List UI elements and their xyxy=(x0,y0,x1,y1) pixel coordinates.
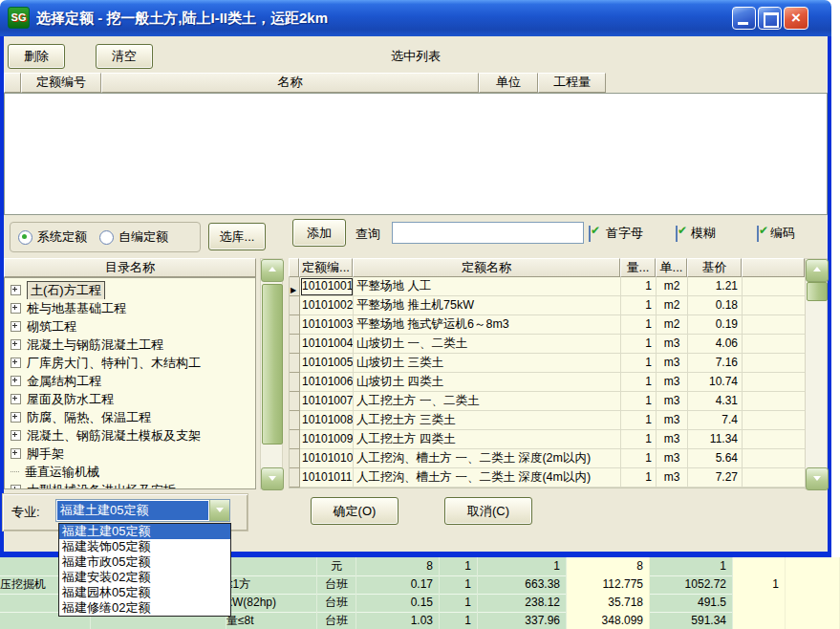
quota-header-unit[interactable]: 单... xyxy=(656,258,687,277)
ok-button[interactable]: 确定(O) xyxy=(311,497,398,525)
tree-item[interactable]: 混凝土、钢筋混凝土模板及支架 xyxy=(5,426,255,445)
quota-name-cell[interactable]: 山坡切土 四类土 xyxy=(354,373,621,392)
quota-price-cell[interactable]: 4.31 xyxy=(688,392,743,411)
tree-item[interactable]: 防腐、隔热、保温工程 xyxy=(5,408,255,426)
quota-name-cell[interactable]: 人工挖土方 四类土 xyxy=(354,430,621,449)
cancel-button[interactable]: 取消(C) xyxy=(444,497,532,525)
table-row[interactable]: 10101004 山坡切土 一、二类土 1 m3 4.06 xyxy=(290,335,805,354)
scroll-up-button[interactable] xyxy=(261,259,284,282)
tree-item[interactable]: 厂库房大门、特种门、木结构工 xyxy=(5,354,255,372)
quota-unit-cell[interactable]: m3 xyxy=(657,335,688,354)
quota-name-cell[interactable]: 人工挖沟、槽土方 一、二类土 深度(4m以内) xyxy=(354,468,621,488)
maximize-button[interactable] xyxy=(758,7,782,30)
quota-code-cell[interactable]: 10101007 xyxy=(300,392,354,411)
quota-qty-cell[interactable]: 1 xyxy=(621,411,657,430)
major-combobox[interactable]: 福建土建05定额 xyxy=(55,499,230,522)
selected-header-code[interactable]: 定额编号 xyxy=(21,73,101,93)
quota-header-quantity[interactable]: 量... xyxy=(620,258,656,277)
quota-name-cell[interactable]: 人工挖土方 三类土 xyxy=(354,411,621,430)
tree-item[interactable]: 混凝土与钢筋混凝土工程 xyxy=(5,336,255,354)
table-row[interactable]: 10101002 平整场地 推土机75kW 1 m2 0.18 xyxy=(290,296,805,315)
quota-code-cell[interactable]: 10101002 xyxy=(300,296,354,315)
table-row[interactable]: 10101011 人工挖沟、槽土方 一、二类土 深度(4m以内) 1 m3 7.… xyxy=(290,468,805,488)
table-row[interactable]: 10101010 人工挖沟、槽土方 一、二类土 深度(2m以内) 1 m3 5.… xyxy=(290,449,805,468)
quota-name-cell[interactable]: 山坡切土 三类土 xyxy=(354,354,621,373)
expand-plus-icon[interactable] xyxy=(11,448,21,459)
table-row[interactable]: 10101008 人工挖土方 三类土 1 m3 7.4 xyxy=(290,411,805,430)
quota-code-cell[interactable]: 10101005 xyxy=(300,354,354,373)
quota-scrollbar[interactable] xyxy=(805,258,828,489)
row-selector[interactable] xyxy=(290,354,300,373)
row-selector[interactable] xyxy=(290,392,300,411)
quota-name-cell[interactable]: 山坡切土 一、二类土 xyxy=(354,335,621,354)
scroll-up-button[interactable] xyxy=(806,259,829,282)
quota-unit-cell[interactable]: m2 xyxy=(657,315,688,335)
row-selector[interactable] xyxy=(290,468,300,488)
quota-qty-cell[interactable]: 1 xyxy=(621,449,657,468)
expand-plus-icon[interactable] xyxy=(11,485,21,489)
expand-plus-icon[interactable] xyxy=(11,285,21,295)
row-selector[interactable] xyxy=(290,296,300,315)
dialog-titlebar[interactable]: SG 选择定额 - 挖一般土方,陆上I-II类土，运距2km xyxy=(0,0,831,36)
quota-name-cell[interactable]: 人工挖沟、槽土方 一、二类土 深度(2m以内) xyxy=(354,449,621,468)
search-input[interactable] xyxy=(392,222,584,244)
table-row[interactable]: 10101006 山坡切土 四类土 1 m3 10.74 xyxy=(290,373,805,392)
quota-price-cell[interactable]: 7.27 xyxy=(688,468,743,488)
quota-code-cell[interactable]: 10101001 xyxy=(300,277,354,296)
quota-name-cell[interactable]: 人工挖土方 一、二类土 xyxy=(354,392,621,411)
scrollbar-thumb[interactable] xyxy=(262,284,283,445)
quota-qty-cell[interactable]: 1 xyxy=(621,392,657,411)
table-row[interactable]: 10101003 平整场地 拖式铲运机6～8m3 1 m2 0.19 xyxy=(290,315,805,335)
quota-name-cell[interactable]: 平整场地 推土机75kW xyxy=(354,296,621,315)
quota-header-code[interactable]: 定额编... xyxy=(299,258,353,277)
selected-list-body[interactable] xyxy=(4,93,828,215)
quota-price-cell[interactable]: 0.19 xyxy=(688,315,743,335)
tree-item[interactable]: 桩与地基基础工程 xyxy=(5,299,255,317)
quota-unit-cell[interactable]: m3 xyxy=(657,449,688,468)
dropdown-option[interactable]: 福建修缮02定额 xyxy=(59,600,230,616)
quota-price-cell[interactable]: 5.64 xyxy=(688,449,743,468)
expand-plus-icon[interactable] xyxy=(11,339,21,350)
dropdown-option[interactable]: 福建园林05定额 xyxy=(59,585,230,600)
dropdown-option[interactable]: 福建安装02定额 xyxy=(59,570,230,585)
selected-header-name[interactable]: 名称 xyxy=(101,73,479,93)
quota-code-cell[interactable]: 10101004 xyxy=(300,335,354,354)
expand-plus-icon[interactable] xyxy=(11,358,21,368)
combobox-dropdown-button[interactable] xyxy=(209,500,229,521)
quota-price-cell[interactable]: 7.16 xyxy=(688,354,743,373)
quota-code-cell[interactable]: 10101010 xyxy=(300,449,354,468)
quota-qty-cell[interactable]: 1 xyxy=(621,468,657,488)
quota-code-cell[interactable]: 10101008 xyxy=(300,411,354,430)
quota-qty-cell[interactable]: 1 xyxy=(621,354,657,373)
tree-item[interactable]: 砌筑工程 xyxy=(5,317,255,336)
quota-qty-cell[interactable]: 1 xyxy=(621,277,657,296)
quota-price-cell[interactable]: 1.21 xyxy=(688,277,743,296)
table-row[interactable]: 10101007 人工挖土方 一、二类土 1 m3 4.31 xyxy=(290,392,805,411)
quota-unit-cell[interactable]: m3 xyxy=(657,392,688,411)
radio-system-quota[interactable] xyxy=(18,230,32,245)
quota-price-cell[interactable]: 10.74 xyxy=(688,373,743,392)
tree-header[interactable]: 目录名称 xyxy=(4,258,256,277)
quota-unit-cell[interactable]: m2 xyxy=(657,296,688,315)
row-selector[interactable] xyxy=(290,335,300,354)
quota-code-cell[interactable]: 10101006 xyxy=(300,373,354,392)
quota-code-cell[interactable]: 10101003 xyxy=(300,315,354,335)
quota-price-cell[interactable]: 11.34 xyxy=(688,430,743,449)
tree-item[interactable]: 垂直运输机械 xyxy=(5,463,255,481)
quota-unit-cell[interactable]: m3 xyxy=(657,373,688,392)
quota-price-cell[interactable]: 7.4 xyxy=(688,411,743,430)
current-row-indicator[interactable] xyxy=(290,277,300,296)
dropdown-option[interactable]: 福建土建05定额 xyxy=(59,524,230,539)
minimize-button[interactable] xyxy=(732,7,756,30)
scrollbar-thumb[interactable] xyxy=(807,282,828,301)
tree-item[interactable]: 屋面及防水工程 xyxy=(5,390,255,408)
row-selector[interactable] xyxy=(290,430,300,449)
radio-custom-quota[interactable] xyxy=(99,230,114,245)
expand-plus-icon[interactable] xyxy=(11,376,21,386)
tree-item[interactable]: 大型机械设备进出场及安拆 xyxy=(5,481,255,489)
quota-unit-cell[interactable]: m3 xyxy=(657,354,688,373)
select-library-button[interactable]: 选库... xyxy=(208,223,266,250)
quota-header-name[interactable]: 定额名称 xyxy=(353,258,620,277)
scroll-down-button[interactable] xyxy=(806,467,829,490)
quota-unit-cell[interactable]: m2 xyxy=(657,277,688,296)
